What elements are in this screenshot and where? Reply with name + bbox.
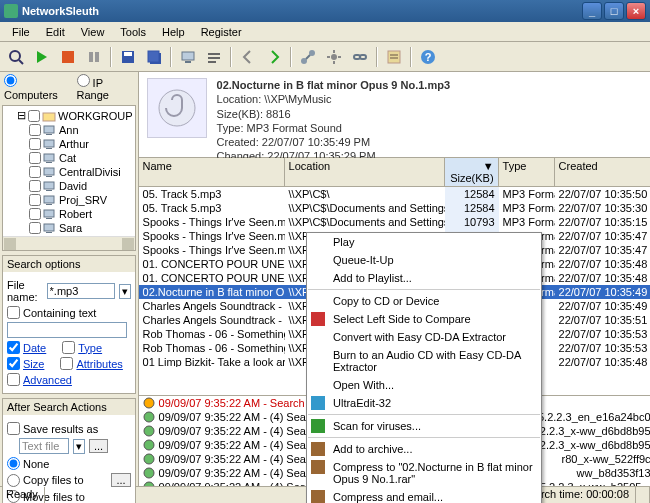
- svg-rect-33: [44, 196, 54, 203]
- svg-point-46: [144, 398, 154, 408]
- maximize-button[interactable]: □: [604, 2, 624, 20]
- context-item[interactable]: Queue-It-Up: [307, 251, 541, 269]
- col-name[interactable]: Name: [139, 158, 285, 186]
- computers-radio[interactable]: Computers: [4, 74, 69, 101]
- attributes-check[interactable]: Attributes: [60, 357, 122, 370]
- menu-edit[interactable]: Edit: [38, 24, 73, 39]
- menu-tools[interactable]: Tools: [112, 24, 154, 39]
- menu-register[interactable]: Register: [193, 24, 250, 39]
- log-icon: [143, 425, 155, 437]
- context-item[interactable]: Burn to an Audio CD with Easy CD-DA Extr…: [307, 346, 541, 376]
- save-button[interactable]: [116, 45, 140, 69]
- context-item[interactable]: Scan for viruses...: [307, 417, 541, 435]
- format-button[interactable]: [202, 45, 226, 69]
- context-item[interactable]: Compress to "02.Nocturne in B flat minor…: [307, 458, 541, 488]
- tree-item[interactable]: Proj_SRV: [5, 193, 133, 207]
- tree-item[interactable]: David: [5, 179, 133, 193]
- menu-view[interactable]: View: [73, 24, 113, 39]
- context-menu[interactable]: PlayQueue-It-UpAdd to Playlist...Copy to…: [306, 232, 542, 503]
- svg-rect-23: [44, 126, 54, 133]
- advanced-check[interactable]: Advanced: [7, 373, 72, 386]
- svg-point-50: [144, 454, 154, 464]
- context-item[interactable]: Select Left Side to Compare: [307, 310, 541, 328]
- tree-item[interactable]: Arthur: [5, 137, 133, 151]
- list-header[interactable]: Name Location ▼ Size(KB) Type Created: [139, 158, 650, 187]
- filename-dropdown-icon[interactable]: ▾: [119, 284, 131, 299]
- col-size[interactable]: ▼ Size(KB): [445, 158, 499, 186]
- svg-rect-36: [46, 218, 52, 219]
- save-type-select[interactable]: [19, 438, 69, 454]
- detail-size: Size(KB): 8816: [217, 107, 450, 121]
- svg-rect-13: [208, 61, 216, 63]
- iprange-radio[interactable]: IP Range: [77, 74, 134, 101]
- filename-input[interactable]: [47, 283, 115, 299]
- detail-pane: 02.Nocturne in B flat minor Opus 9 No.1.…: [139, 72, 650, 158]
- save-all-button[interactable]: [142, 45, 166, 69]
- containing-input[interactable]: [7, 322, 127, 338]
- play-button[interactable]: [30, 45, 54, 69]
- svg-rect-8: [148, 51, 159, 62]
- tree-item[interactable]: Sara: [5, 221, 133, 235]
- col-location[interactable]: Location: [285, 158, 445, 186]
- save-type-dropdown-icon[interactable]: ▾: [73, 439, 85, 454]
- svg-rect-4: [95, 52, 99, 62]
- computers-button[interactable]: [176, 45, 200, 69]
- save-results-check[interactable]: Save results as: [7, 422, 98, 435]
- svg-rect-37: [44, 224, 54, 231]
- tree-item[interactable]: Ann: [5, 123, 133, 137]
- svg-point-49: [144, 440, 154, 450]
- type-check[interactable]: Type: [62, 341, 102, 354]
- pause-button[interactable]: [82, 45, 106, 69]
- context-item[interactable]: Compress and email...: [307, 488, 541, 503]
- stop-button[interactable]: [56, 45, 80, 69]
- copy-browse-button[interactable]: ...: [111, 473, 130, 487]
- none-radio[interactable]: None: [7, 457, 49, 470]
- settings-button[interactable]: [322, 45, 346, 69]
- context-item[interactable]: Copy to CD or Device: [307, 292, 541, 310]
- minimize-button[interactable]: _: [582, 2, 602, 20]
- tree-item[interactable]: CentralDivisi: [5, 165, 133, 179]
- date-check[interactable]: Date: [7, 341, 46, 354]
- svg-rect-35: [44, 210, 54, 217]
- svg-rect-0: [4, 4, 18, 18]
- tree-hscroll[interactable]: [3, 236, 135, 250]
- tree-item[interactable]: Robert: [5, 207, 133, 221]
- copy-radio[interactable]: Copy files to: [7, 474, 84, 487]
- context-item[interactable]: Add to Playlist...: [307, 269, 541, 287]
- context-item[interactable]: Play: [307, 233, 541, 251]
- computer-tree[interactable]: ⊟WORKGROUPAnnArthurCatCentralDivisiDavid…: [3, 106, 135, 236]
- col-created[interactable]: Created: [555, 158, 650, 186]
- col-type[interactable]: Type: [499, 158, 555, 186]
- options-button[interactable]: [382, 45, 406, 69]
- network-button[interactable]: [296, 45, 320, 69]
- svg-rect-18: [360, 55, 366, 59]
- save-browse-button[interactable]: ...: [89, 439, 108, 453]
- context-item[interactable]: Open With...: [307, 376, 541, 394]
- after-search-header: After Search Actions: [3, 399, 135, 415]
- menu-file[interactable]: File: [4, 24, 38, 39]
- menu-help[interactable]: Help: [154, 24, 193, 39]
- context-icon: [311, 490, 325, 503]
- containing-check[interactable]: Containing text: [7, 306, 96, 319]
- link-button[interactable]: [348, 45, 372, 69]
- forward-button[interactable]: [262, 45, 286, 69]
- resize-grip-icon[interactable]: [636, 487, 650, 503]
- svg-text:?: ?: [425, 51, 432, 63]
- close-button[interactable]: ×: [626, 2, 646, 20]
- list-row[interactable]: 05. Track 5.mp3\\XP\C$\12584MP3 Format S…: [139, 187, 650, 201]
- list-row[interactable]: Spooks - Things Ir've Seen.mp3\\XP\C$\Do…: [139, 215, 650, 229]
- context-item[interactable]: Add to archive...: [307, 440, 541, 458]
- log-icon: [143, 439, 155, 451]
- size-check[interactable]: Size: [7, 357, 44, 370]
- help-button[interactable]: ?: [416, 45, 440, 69]
- filename-label: File name:: [7, 279, 43, 303]
- context-item[interactable]: Convert with Easy CD-DA Extractor: [307, 328, 541, 346]
- search-button[interactable]: [4, 45, 28, 69]
- list-row[interactable]: 05. Track 5.mp3\\XP\C$\Documents and Set…: [139, 201, 650, 215]
- svg-rect-12: [208, 57, 220, 59]
- tree-item[interactable]: Cat: [5, 151, 133, 165]
- tree-root[interactable]: ⊟WORKGROUP: [5, 108, 133, 123]
- back-button[interactable]: [236, 45, 260, 69]
- svg-rect-25: [44, 140, 54, 147]
- context-item[interactable]: UltraEdit-32: [307, 394, 541, 412]
